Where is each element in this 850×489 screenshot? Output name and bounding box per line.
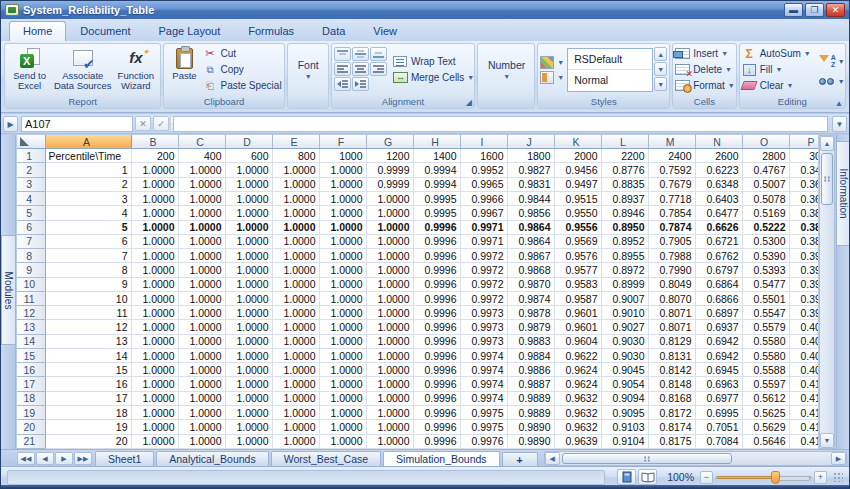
cell[interactable]: 1 — [45, 163, 131, 177]
cell[interactable]: 0.9971 — [460, 220, 507, 234]
cell[interactable]: 0.7874 — [648, 220, 695, 234]
cell[interactable]: 0.9030 — [601, 334, 648, 348]
row-header-20[interactable]: 20 — [17, 420, 45, 434]
row-header-4[interactable]: 4 — [17, 192, 45, 206]
window-resize-grip[interactable] — [833, 472, 843, 482]
cell[interactable]: 0.9556 — [554, 220, 601, 234]
row-header-12[interactable]: 12 — [17, 306, 45, 320]
cell[interactable]: 0.7718 — [648, 192, 695, 206]
cell[interactable]: 0.9974 — [460, 348, 507, 362]
autosum-button[interactable]: Σ AutoSum▼ — [742, 46, 811, 62]
cell[interactable]: 1.0000 — [178, 391, 225, 405]
cell[interactable]: 1.0000 — [366, 334, 413, 348]
cell[interactable]: 0.9878 — [507, 306, 554, 320]
cell[interactable]: 0.9973 — [460, 334, 507, 348]
row-header-10[interactable]: 10 — [17, 277, 45, 291]
horizontal-scroll-thumb[interactable] — [562, 453, 732, 464]
cell[interactable]: 5 — [45, 220, 131, 234]
cell[interactable]: 0.9027 — [601, 320, 648, 334]
cell[interactable]: 0.9870 — [507, 277, 554, 291]
cell[interactable]: 9 — [45, 277, 131, 291]
cell[interactable]: 0.5501 — [742, 291, 789, 305]
cell[interactable]: 1.0000 — [178, 249, 225, 263]
cell[interactable]: 0.6797 — [695, 263, 742, 277]
cell[interactable]: 1.0000 — [131, 249, 178, 263]
cell[interactable]: 0.9624 — [554, 363, 601, 377]
cell[interactable]: 0.9497 — [554, 177, 601, 191]
cell[interactable]: 1.0000 — [225, 306, 272, 320]
cell[interactable]: 1800 — [507, 149, 554, 163]
row-header-3[interactable]: 3 — [17, 177, 45, 191]
cell[interactable]: 0.9996 — [413, 348, 460, 362]
gallery-up-button[interactable]: ▲ — [654, 47, 667, 61]
cell[interactable]: 0.9996 — [413, 277, 460, 291]
cell[interactable]: 17 — [45, 391, 131, 405]
tab-data[interactable]: Data — [308, 21, 359, 41]
cell[interactable]: 1.0000 — [319, 391, 366, 405]
row-header-19[interactable]: 19 — [17, 406, 45, 420]
cell[interactable]: 0.9624 — [554, 377, 601, 391]
cell[interactable]: 0.8937 — [601, 192, 648, 206]
cell[interactable]: 0.9952 — [460, 163, 507, 177]
cell[interactable]: 0.9996 — [413, 363, 460, 377]
cancel-entry-button[interactable]: ✕ — [135, 116, 151, 131]
cell[interactable]: 0.9995 — [413, 192, 460, 206]
cell[interactable]: 1.0000 — [225, 220, 272, 234]
zoom-out-button[interactable]: − — [700, 471, 713, 484]
vertical-scrollbar[interactable]: ▲ ▼ — [819, 135, 835, 449]
information-panel-tab[interactable]: Information — [836, 141, 850, 246]
row-header-5[interactable]: 5 — [17, 206, 45, 220]
cell[interactable]: 1.0000 — [272, 192, 319, 206]
scroll-left-button[interactable]: ◀ — [545, 452, 560, 465]
cell[interactable]: 0.7854 — [648, 206, 695, 220]
cell[interactable]: 1.0000 — [178, 406, 225, 420]
cell[interactable]: 0.9632 — [554, 391, 601, 405]
row-header-8[interactable]: 8 — [17, 249, 45, 263]
cell[interactable]: 1.0000 — [131, 363, 178, 377]
clear-button[interactable]: Clear▼ — [742, 78, 811, 94]
cell[interactable]: 0.9867 — [507, 249, 554, 263]
previous-sheet-button[interactable]: ◀ — [36, 452, 54, 465]
cell[interactable]: 0.3962 — [789, 277, 818, 291]
cell[interactable]: 1.0000 — [225, 291, 272, 305]
cell[interactable]: 1.0000 — [225, 406, 272, 420]
cell[interactable]: 0.9965 — [460, 177, 507, 191]
row-header-6[interactable]: 6 — [17, 220, 45, 234]
cell[interactable]: 1.0000 — [225, 177, 272, 191]
cell[interactable]: 0.9104 — [601, 434, 648, 448]
cell[interactable]: 1.0000 — [178, 334, 225, 348]
cell[interactable]: 1.0000 — [272, 234, 319, 248]
cell[interactable]: 0.9639 — [554, 434, 601, 448]
cell[interactable]: 0.9550 — [554, 206, 601, 220]
number-dropdown-button[interactable]: Number ▼ — [480, 45, 533, 94]
cell[interactable]: 2800 — [742, 149, 789, 163]
cell[interactable]: 1.0000 — [319, 363, 366, 377]
cell[interactable]: 0.4038 — [789, 334, 818, 348]
scroll-right-button[interactable]: ▶ — [831, 452, 846, 465]
cell[interactable]: 1.0000 — [319, 348, 366, 362]
cell[interactable]: 4 — [45, 206, 131, 220]
cell[interactable]: 0.9632 — [554, 420, 601, 434]
cell[interactable]: 400 — [178, 149, 225, 163]
cell[interactable]: 1.0000 — [131, 263, 178, 277]
cell[interactable]: 0.9973 — [460, 306, 507, 320]
cell[interactable]: 1.0000 — [225, 334, 272, 348]
row-header-17[interactable]: 17 — [17, 377, 45, 391]
cell[interactable]: 0.9890 — [507, 420, 554, 434]
cell[interactable]: 600 — [225, 149, 272, 163]
find-button[interactable]: ▼ — [819, 78, 845, 85]
cell[interactable]: 2600 — [695, 149, 742, 163]
cell[interactable]: 1.0000 — [225, 163, 272, 177]
cell[interactable]: 1.0000 — [319, 263, 366, 277]
column-header-i[interactable]: I — [460, 135, 507, 149]
cell[interactable]: 0.6945 — [695, 363, 742, 377]
cell[interactable]: 1.0000 — [319, 192, 366, 206]
cell[interactable]: 200 — [131, 149, 178, 163]
cell[interactable]: 0.6937 — [695, 320, 742, 334]
cell[interactable]: 0.9601 — [554, 306, 601, 320]
cell[interactable]: 0.3984 — [789, 306, 818, 320]
cell[interactable]: 8 — [45, 263, 131, 277]
cell[interactable]: 0.8999 — [601, 277, 648, 291]
cell[interactable]: 1.0000 — [272, 391, 319, 405]
cell[interactable]: 0.7988 — [648, 249, 695, 263]
